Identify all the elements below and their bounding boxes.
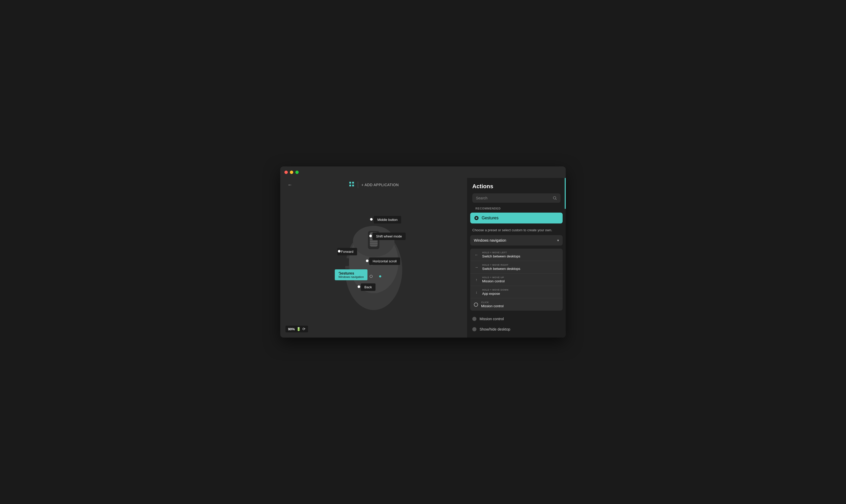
click-icon [474, 303, 478, 307]
apps-icon [348, 181, 355, 189]
main-panel: ← + ADD APPLICATION [280, 178, 467, 338]
gestures-recommended-item[interactable]: Gestures [470, 213, 563, 223]
svg-line-21 [556, 199, 557, 200]
action-text-1: HOLD + MOVE RIGHT Switch between desktop… [482, 264, 559, 271]
other-item-1[interactable]: Show/hide desktop [470, 324, 563, 335]
titlebar [280, 166, 566, 178]
radio-selected [474, 216, 479, 220]
battery-icon: 🔋 [296, 327, 301, 331]
main-window: ← + ADD APPLICATION [280, 166, 566, 338]
other-item-label-1: Show/hide desktop [480, 327, 510, 331]
mouse-image: logi Middle button [330, 210, 418, 319]
svg-rect-2 [349, 185, 351, 186]
maximize-button[interactable] [295, 170, 299, 174]
chevron-down-icon: ▾ [557, 238, 559, 242]
mouse-area: logi Middle button [280, 192, 467, 338]
svg-rect-3 [352, 185, 354, 186]
actions-panel: Actions RECOMMENDED Gestures [467, 178, 566, 338]
app-icon-area: + ADD APPLICATION [348, 181, 399, 189]
radio-unselected-1 [472, 327, 477, 331]
top-bar: ← + ADD APPLICATION [280, 178, 467, 192]
gestures-recommended-label: Gestures [482, 216, 499, 220]
minimize-button[interactable] [290, 170, 293, 174]
action-hint-3: HOLD + MOVE DOWN [482, 289, 559, 291]
battery-percentage: 90% [288, 327, 295, 331]
scrollbar-thumb[interactable] [565, 178, 566, 209]
action-name-1: Switch between desktops [482, 267, 559, 271]
svg-rect-1 [352, 182, 354, 183]
preset-description: Choose a preset or select custom to crea… [470, 226, 563, 235]
divider [358, 182, 358, 188]
search-icon [553, 196, 557, 200]
preset-dropdown[interactable]: Windows navigation ▾ [470, 235, 563, 246]
battery-area: 90% 🔋 ⟳ [286, 326, 308, 332]
svg-rect-0 [349, 182, 351, 183]
action-hint-4: CLICK [481, 301, 559, 304]
back-button[interactable]: ← [286, 181, 294, 189]
search-bar[interactable] [472, 193, 560, 203]
recommended-label: RECOMMENDED [470, 207, 563, 213]
action-hint-1: HOLD + MOVE RIGHT [482, 264, 559, 266]
wireless-icon: ⟳ [302, 327, 306, 331]
close-button[interactable] [284, 170, 288, 174]
other-item-0[interactable]: Mission control [470, 314, 563, 324]
add-application-button[interactable]: + ADD APPLICATION [361, 183, 399, 187]
content-area: ← + ADD APPLICATION [280, 178, 566, 338]
gestures-label: Gestures [339, 271, 364, 275]
action-hint-2: HOLD + MOVE UP [482, 276, 559, 279]
actions-title: Actions [467, 183, 566, 193]
gestures-sublabel: Windows navigation [339, 275, 364, 278]
arrow-left-icon: ← [474, 252, 479, 257]
action-text-4: CLICK Mission control [481, 301, 559, 308]
arrow-up-icon: ↑ [474, 277, 479, 282]
action-name-0: Switch between desktops [482, 254, 559, 258]
actions-scroll-area: RECOMMENDED Gestures Choose a preset or … [467, 207, 566, 338]
svg-point-18 [379, 275, 381, 277]
dropdown-value: Windows navigation [474, 238, 506, 242]
other-item-label-0: Mission control [480, 317, 504, 321]
arrow-right-icon: → [474, 265, 479, 270]
action-name-3: App expose [482, 292, 559, 295]
other-item-2[interactable]: Screen capture [470, 335, 563, 338]
action-text-0: HOLD + MOVE LEFT Switch between desktops [482, 251, 559, 258]
action-item-4[interactable]: CLICK Mission control [470, 299, 563, 311]
arrow-down-icon: ↓ [474, 290, 479, 295]
action-text-2: HOLD + MOVE UP Mission control [482, 276, 559, 283]
action-name-4: Mission control [481, 304, 559, 308]
scrollbar-track[interactable] [565, 178, 566, 338]
action-item-0[interactable]: ← HOLD + MOVE LEFT Switch between deskto… [470, 249, 563, 261]
action-name-2: Mission control [482, 279, 559, 283]
action-hint-0: HOLD + MOVE LEFT [482, 251, 559, 254]
action-item-1[interactable]: → HOLD + MOVE RIGHT Switch between deskt… [470, 261, 563, 273]
action-items-list: ← HOLD + MOVE LEFT Switch between deskto… [470, 249, 563, 311]
svg-rect-14 [344, 258, 349, 266]
action-item-3[interactable]: ↓ HOLD + MOVE DOWN App expose [470, 286, 563, 299]
search-input[interactable] [476, 196, 551, 200]
action-text-3: HOLD + MOVE DOWN App expose [482, 289, 559, 295]
radio-unselected-0 [472, 317, 477, 321]
action-item-2[interactable]: ↑ HOLD + MOVE UP Mission control [470, 273, 563, 286]
